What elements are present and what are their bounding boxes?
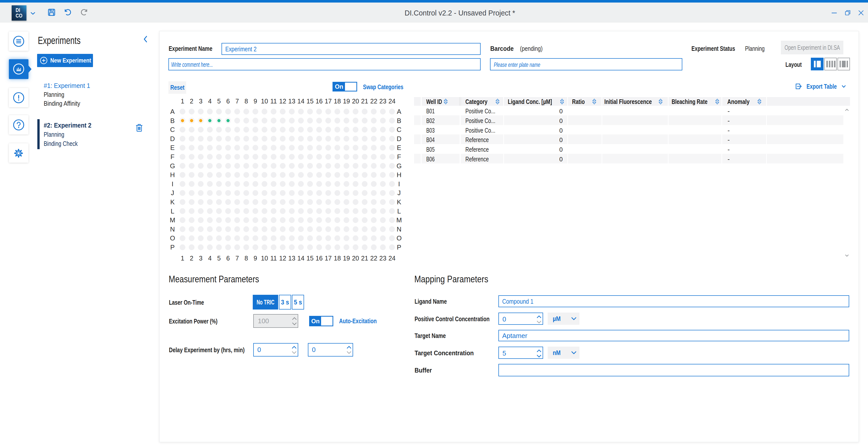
svg-text:K: K [170,198,175,206]
svg-text:11: 11 [270,97,277,105]
svg-text:22: 22 [370,97,377,105]
svg-text:A: A [170,108,175,115]
svg-text:B: B [170,117,175,124]
svg-text:M: M [396,216,402,224]
svg-text:J: J [171,189,174,197]
svg-text:9: 9 [253,97,257,105]
svg-text:24: 24 [389,255,396,262]
svg-text:F: F [170,153,175,160]
svg-text:M: M [170,216,175,224]
svg-text:13: 13 [288,97,296,105]
svg-text:13: 13 [288,255,296,262]
svg-text:D: D [170,135,175,143]
svg-text:O: O [170,234,175,242]
svg-text:3: 3 [199,255,203,262]
svg-text:K: K [397,198,401,206]
svg-text:6: 6 [226,97,230,105]
svg-text:I: I [398,180,400,188]
svg-text:12: 12 [279,97,286,105]
svg-text:19: 19 [343,97,350,105]
svg-text:G: G [397,162,402,170]
svg-text:G: G [170,162,175,170]
svg-text:14: 14 [298,255,305,262]
svg-text:15: 15 [306,255,313,262]
svg-text:18: 18 [334,255,341,262]
svg-text:23: 23 [379,255,386,262]
svg-text:23: 23 [379,97,386,105]
svg-text:N: N [397,226,402,233]
svg-text:I: I [172,180,173,188]
svg-text:N: N [170,226,175,233]
svg-text:12: 12 [279,255,286,262]
svg-text:4: 4 [208,255,212,262]
svg-text:15: 15 [306,97,313,105]
svg-text:8: 8 [245,255,248,262]
svg-text:22: 22 [370,255,377,262]
svg-text:16: 16 [315,255,322,262]
svg-text:17: 17 [324,97,332,105]
svg-text:P: P [397,243,401,251]
svg-text:E: E [170,144,175,151]
svg-text:A: A [397,108,401,115]
svg-text:17: 17 [324,255,332,262]
svg-text:10: 10 [261,97,268,105]
svg-text:6: 6 [226,255,230,262]
svg-text:24: 24 [389,97,396,105]
svg-text:F: F [397,153,401,160]
svg-text:9: 9 [253,255,257,262]
svg-text:7: 7 [236,97,239,105]
svg-text:1: 1 [181,97,184,105]
svg-text:H: H [397,171,402,179]
svg-text:2: 2 [190,97,193,105]
svg-text:16: 16 [315,97,322,105]
svg-text:2: 2 [190,255,193,262]
svg-text:C: C [397,126,402,133]
svg-text:10: 10 [261,255,268,262]
svg-text:21: 21 [361,97,368,105]
svg-text:O: O [397,234,402,242]
svg-text:P: P [170,243,175,251]
svg-text:11: 11 [270,255,277,262]
svg-text:L: L [397,207,401,215]
svg-text:J: J [398,189,401,197]
svg-text:5: 5 [217,255,221,262]
svg-text:H: H [170,171,175,179]
svg-text:8: 8 [245,97,248,105]
svg-text:20: 20 [352,255,359,262]
svg-text:1: 1 [181,255,184,262]
svg-text:4: 4 [208,97,212,105]
svg-text:D: D [397,135,402,143]
svg-text:14: 14 [298,97,305,105]
svg-text:19: 19 [343,255,350,262]
svg-text:18: 18 [334,97,341,105]
svg-text:C: C [170,126,175,133]
svg-text:20: 20 [352,97,359,105]
svg-text:E: E [397,144,401,151]
svg-text:5: 5 [217,97,221,105]
svg-text:L: L [171,207,174,215]
svg-text:21: 21 [361,255,368,262]
svg-text:7: 7 [236,255,239,262]
svg-text:B: B [397,117,401,124]
svg-text:3: 3 [199,97,203,105]
